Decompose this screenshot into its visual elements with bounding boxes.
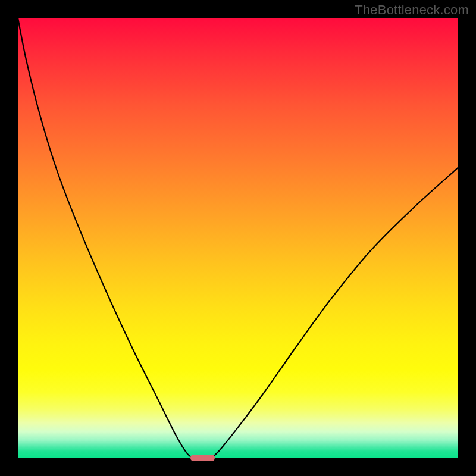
curve-right-branch — [212, 168, 458, 458]
watermark-text: TheBottleneck.com — [355, 2, 469, 18]
optimal-range-marker — [190, 455, 215, 461]
curve-left-branch — [18, 18, 194, 458]
bottleneck-curve — [18, 18, 458, 458]
chart-plot-area — [18, 18, 458, 458]
